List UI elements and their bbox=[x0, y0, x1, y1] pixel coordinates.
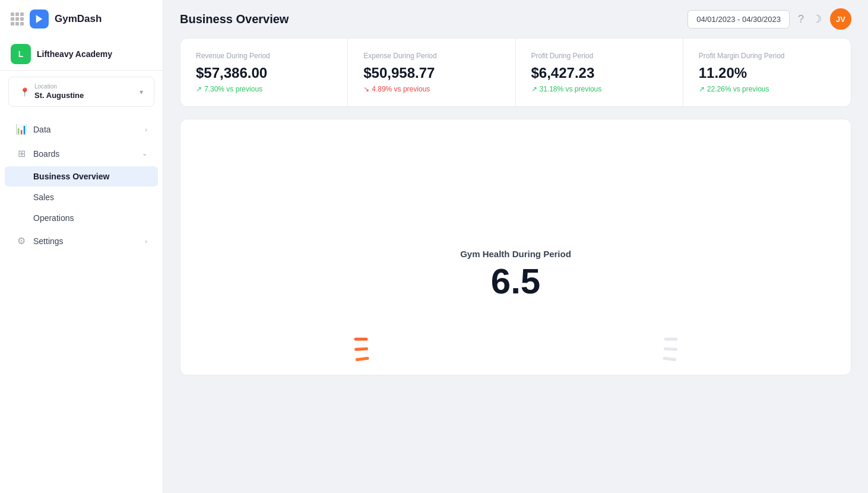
kpi-revenue-arrow-icon: ↗ bbox=[196, 85, 202, 93]
moon-icon[interactable]: ☽ bbox=[812, 12, 822, 26]
sidebar-settings-label: Settings bbox=[33, 236, 64, 246]
grid-icon[interactable] bbox=[11, 12, 24, 26]
top-bar-actions: 04/01/2023 - 04/30/2023 ? ☽ JV bbox=[688, 8, 851, 30]
kpi-margin-label: Profit Margin During Period bbox=[699, 52, 835, 60]
date-range[interactable]: 04/01/2023 - 04/30/2023 bbox=[688, 10, 790, 29]
kpi-expense-change-text: 4.89% vs previous bbox=[372, 85, 430, 93]
user-avatar[interactable]: JV bbox=[830, 8, 851, 30]
kpi-margin-arrow-icon: ↗ bbox=[699, 85, 705, 93]
top-bar: Business Overview 04/01/2023 - 04/30/202… bbox=[163, 0, 868, 38]
boards-icon: ⊞ bbox=[15, 148, 27, 159]
kpi-revenue-label: Revenue During Period bbox=[196, 52, 332, 60]
sidebar: GymDash L Liftheavy Academy 📍 Location S… bbox=[0, 0, 163, 493]
main-content: Business Overview 04/01/2023 - 04/30/202… bbox=[163, 0, 868, 493]
bar-chart-icon: 📊 bbox=[15, 124, 27, 135]
sidebar-subitem-sales[interactable]: Sales bbox=[5, 187, 158, 207]
sidebar-data-label: Data bbox=[33, 125, 51, 134]
logo-icon bbox=[30, 10, 49, 29]
sidebar-subitem-business-overview-label: Business Overview bbox=[33, 172, 109, 181]
app-name: GymDash bbox=[55, 13, 102, 25]
kpi-profit-change-text: 31.18% vs previous bbox=[540, 85, 602, 93]
main-content-area: Revenue During Period $57,386.00 ↗ 7.30%… bbox=[163, 38, 868, 493]
chevron-right-settings-icon: › bbox=[145, 238, 147, 245]
location-selector[interactable]: 📍 Location St. Augustine ▾ bbox=[8, 77, 154, 107]
kpi-profit-value: $6,427.23 bbox=[531, 65, 667, 81]
sidebar-subitem-operations-label: Operations bbox=[33, 213, 74, 223]
kpi-revenue-value: $57,386.00 bbox=[196, 65, 332, 81]
kpi-card-margin: Profit Margin During Period 11.20% ↗ 22.… bbox=[683, 39, 851, 106]
sidebar-item-data[interactable]: 📊 Data › bbox=[5, 118, 158, 141]
kpi-profit-change: ↗ 31.18% vs previous bbox=[531, 85, 667, 93]
kpi-card-profit: Profit During Period $6,427.23 ↗ 31.18% … bbox=[516, 39, 683, 106]
nav-section: 📊 Data › ⊞ Boards ⌄ Business Overview Sa… bbox=[0, 113, 163, 257]
gauge-value: 6.5 bbox=[460, 264, 571, 299]
sidebar-header: GymDash bbox=[0, 0, 163, 38]
kpi-expense-arrow-icon: ↘ bbox=[363, 85, 369, 93]
help-icon[interactable]: ? bbox=[798, 13, 804, 26]
gauge-center: Gym Health During Period 6.5 bbox=[460, 249, 571, 299]
svg-marker-0 bbox=[36, 15, 43, 23]
sidebar-subitem-operations[interactable]: Operations bbox=[5, 208, 158, 228]
kpi-revenue-change-text: 7.30% vs previous bbox=[204, 85, 262, 93]
gauge-container: Gym Health During Period 6.5 bbox=[308, 137, 724, 363]
kpi-expense-label: Expense During Period bbox=[363, 52, 499, 60]
chevron-right-icon: › bbox=[145, 126, 147, 133]
svg-line-2 bbox=[356, 349, 366, 349]
chevron-down-icon: ▾ bbox=[140, 88, 143, 96]
workspace-name: Liftheavy Academy bbox=[37, 49, 112, 59]
gauge-label: Gym Health During Period bbox=[460, 249, 571, 259]
sidebar-item-settings[interactable]: ⚙ Settings › bbox=[5, 229, 158, 252]
sidebar-subitem-sales-label: Sales bbox=[33, 192, 54, 202]
sidebar-item-boards[interactable]: ⊞ Boards ⌄ bbox=[5, 142, 158, 165]
workspace-item[interactable]: L Liftheavy Academy bbox=[0, 38, 163, 71]
kpi-expense-change: ↘ 4.89% vs previous bbox=[363, 85, 499, 93]
sidebar-boards-label: Boards bbox=[33, 149, 59, 159]
kpi-card-revenue: Revenue During Period $57,386.00 ↗ 7.30%… bbox=[180, 39, 348, 106]
location-info: Location St. Augustine bbox=[34, 83, 84, 100]
gauge-area: Gym Health During Period 6.5 bbox=[180, 119, 851, 375]
svg-line-49 bbox=[665, 349, 676, 349]
kpi-margin-value: 11.20% bbox=[699, 65, 835, 81]
kpi-card-expense: Expense During Period $50,958.77 ↘ 4.89%… bbox=[348, 39, 515, 106]
sidebar-subitem-business-overview[interactable]: Business Overview bbox=[5, 166, 158, 187]
location-name: St. Augustine bbox=[34, 91, 84, 100]
kpi-expense-value: $50,958.77 bbox=[363, 65, 499, 81]
kpi-margin-change-text: 22.26% vs previous bbox=[707, 85, 769, 93]
chevron-down-boards-icon: ⌄ bbox=[142, 150, 147, 157]
svg-line-48 bbox=[664, 358, 674, 359]
page-title: Business Overview bbox=[180, 12, 289, 26]
settings-icon: ⚙ bbox=[15, 235, 27, 246]
kpi-profit-label: Profit During Period bbox=[531, 52, 667, 60]
kpi-revenue-change: ↗ 7.30% vs previous bbox=[196, 85, 332, 93]
location-pin-icon: 📍 bbox=[20, 87, 30, 97]
kpi-profit-arrow-icon: ↗ bbox=[531, 85, 537, 93]
workspace-avatar: L bbox=[11, 44, 31, 64]
kpi-margin-change: ↗ 22.26% vs previous bbox=[699, 85, 835, 93]
kpi-row: Revenue During Period $57,386.00 ↗ 7.30%… bbox=[180, 38, 851, 107]
svg-line-3 bbox=[357, 358, 368, 359]
location-label: Location bbox=[34, 83, 84, 90]
